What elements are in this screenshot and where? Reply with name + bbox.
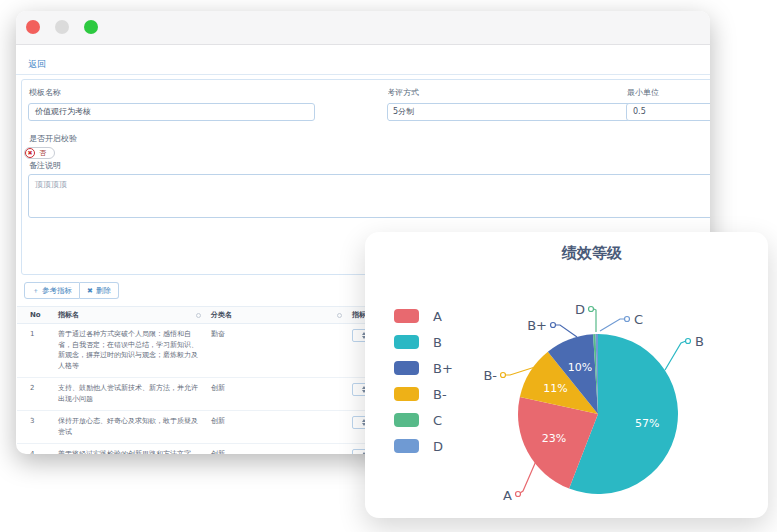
eval-method-value: 5分制 xyxy=(393,104,414,120)
callout-line-B+ xyxy=(555,325,577,337)
add-indicator-label: 参考指标 xyxy=(42,286,72,296)
col-header-no: No xyxy=(17,307,58,324)
col-header-category[interactable]: 分类名 xyxy=(211,307,352,324)
row-indicator-name: 保持开放心态、好奇心及求知欲，敢于质疑及尝试 xyxy=(58,411,211,444)
row-no: 4 xyxy=(17,444,58,455)
screenshot-stage: 返回 模板名称 价值观行为考核 考评方式 5分制 最小单位 0.5 是否开启校验… xyxy=(0,0,777,532)
row-indicator-name: 善于将经过实践检验的创新思路和方法文字化、制度化，纳入日常工作流程 xyxy=(58,444,211,455)
row-category: 创新 xyxy=(211,378,352,411)
performance-chart-card: 绩效等级 ABB+B-CD 57%23%11%10%BCDB+B-A xyxy=(365,232,768,518)
window-titlebar xyxy=(16,11,710,45)
delete-x-icon: ✖ xyxy=(87,287,93,295)
callout-dot-B xyxy=(686,339,691,344)
callout-dot-D xyxy=(589,307,594,312)
row-indicator-name: 善于通过各种方式突破个人局限：感悟和自省，自我否定；在错误中总结，学习新知识、新… xyxy=(58,324,211,378)
min-unit-input[interactable]: 0.5 xyxy=(626,103,710,121)
pie-percent-label: 57% xyxy=(635,417,659,430)
callout-line-B xyxy=(665,341,686,370)
close-button[interactable] xyxy=(26,20,40,34)
row-no: 3 xyxy=(17,411,58,444)
row-category: 创新 xyxy=(211,411,352,444)
callout-line-A xyxy=(520,461,536,493)
callout-label-B: B xyxy=(695,334,704,349)
callout-line-C xyxy=(600,319,625,331)
row-indicator-name: 支持、鼓励他人尝试新技术、新方法，并允许出现小问题 xyxy=(58,378,211,411)
table-toolbar: ＋ 参考指标 ✖ 删除 xyxy=(24,282,119,299)
validation-toggle-label: 是否开启校验 xyxy=(29,133,77,144)
template-name-label: 模板名称 xyxy=(29,87,61,98)
row-category: 创新 xyxy=(211,444,352,455)
remark-textarea[interactable]: 顶顶顶顶 xyxy=(28,174,710,218)
pie-chart: 57%23%11%10%BCDB+B-A xyxy=(365,232,768,518)
add-indicator-button[interactable]: ＋ 参考指标 xyxy=(24,282,80,299)
remark-label: 备注说明 xyxy=(29,160,61,171)
pie-percent-label: 23% xyxy=(542,432,566,445)
callout-dot-B- xyxy=(501,373,506,378)
maximize-button[interactable] xyxy=(84,20,98,34)
pie-percent-label: 10% xyxy=(568,361,592,374)
validation-toggle[interactable]: ✖ 否 xyxy=(24,147,55,159)
eval-method-label: 考评方式 xyxy=(388,87,419,98)
callout-label-B-: B- xyxy=(483,368,497,383)
callout-label-B+: B+ xyxy=(527,318,547,333)
callout-dot-A xyxy=(516,492,521,497)
toggle-x-icon: ✖ xyxy=(25,148,35,158)
sort-icon[interactable] xyxy=(337,313,342,318)
callout-label-D: D xyxy=(575,302,585,317)
callout-label-A: A xyxy=(503,488,512,503)
minimize-button[interactable] xyxy=(55,20,69,34)
toggle-state-label: 否 xyxy=(39,148,46,158)
row-no: 2 xyxy=(17,378,58,411)
delete-label: 删除 xyxy=(96,286,111,296)
header-divider xyxy=(16,74,710,75)
template-name-input[interactable]: 价值观行为考核 xyxy=(28,103,315,121)
sort-icon[interactable] xyxy=(196,313,201,318)
pie-percent-label: 11% xyxy=(543,382,567,395)
callout-dot-C xyxy=(625,317,630,322)
plus-icon: ＋ xyxy=(32,286,39,296)
back-link[interactable]: 返回 xyxy=(28,58,46,71)
row-no: 1 xyxy=(17,324,58,378)
callout-dot-B+ xyxy=(551,323,556,328)
callout-line-D xyxy=(594,309,596,332)
col-header-name[interactable]: 指标名 xyxy=(58,307,211,324)
min-unit-label: 最小单位 xyxy=(627,87,659,98)
delete-button[interactable]: ✖ 删除 xyxy=(80,282,119,299)
row-category: 勤奋 xyxy=(211,324,352,378)
callout-label-C: C xyxy=(634,312,643,327)
